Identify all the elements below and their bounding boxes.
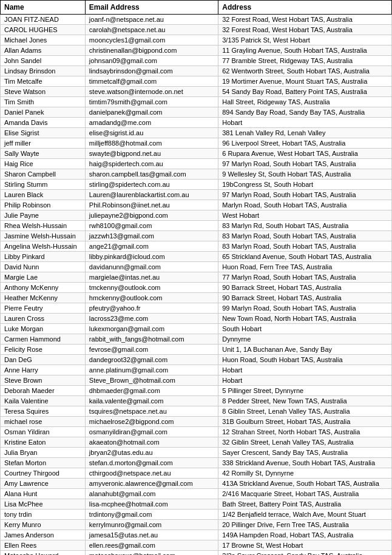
cell-email: lacross23@me.com xyxy=(85,314,218,324)
table-row: Teresa Squirestsquires@netspace.net.au8 … xyxy=(1,406,392,417)
cell-name: JOAN FITZ-NEAD xyxy=(1,15,86,25)
cell-email: milljeff888@hotmail.com xyxy=(85,138,218,149)
cell-email: mateeshaxoxo@hotmail.com xyxy=(85,551,218,556)
cell-name: Alana Hunt xyxy=(1,489,86,499)
cell-address: Hall Street, Ridgeway TAS, Australia xyxy=(218,97,392,107)
cell-address: 2/416 Macquarie Street, Hobart TAS, Aust… xyxy=(218,489,392,499)
cell-email: mooncycles1@gmail.com xyxy=(85,35,218,45)
cell-email: dandegroot32@gmail.com xyxy=(85,355,218,365)
cell-address: Hobart xyxy=(218,118,392,128)
cell-email: kerrylmunro@gmail.com xyxy=(85,520,218,530)
table-row: Philip RobinsonPhil.Robinson@iinet.net.a… xyxy=(1,200,392,210)
cell-address: 31B Goulburn Street, Hobart TAS, Austral… xyxy=(218,417,392,427)
cell-email: Steve_Brown_@hotmail.com xyxy=(85,375,218,386)
cell-email: akaeaton@hotmail.com xyxy=(85,437,218,448)
table-row: Alana Huntalanahubt@gmail.com2/416 Macqu… xyxy=(1,489,392,499)
cell-email: Phil.Robinson@iinet.net.au xyxy=(85,200,218,210)
cell-address: 8 Pedder Street, New Town TAS, Australia xyxy=(218,396,392,406)
table-row: Allan Adamschristinenallan@bigpond.com11… xyxy=(1,45,392,56)
cell-name: jeff miller xyxy=(1,138,86,149)
cell-address: 90 Barrack Street, Hobart TAS, Australia xyxy=(218,283,392,293)
table-row: James Andersonjamesa15@utas.net.au149A H… xyxy=(1,530,392,540)
table-row: CAROL HUGHEScarolah@netspace.net.au32 Fo… xyxy=(1,25,392,35)
cell-address: 1/42 Benjafield terrace, Walch Ave, Moun… xyxy=(218,510,392,520)
table-row: Kristine Eatonakaeaton@hotmail.com32 Gib… xyxy=(1,437,392,448)
cell-name: Luke Morgan xyxy=(1,324,86,334)
cell-name: David Nunn xyxy=(1,262,86,272)
table-row: Steve BrownSteve_Brown_@hotmail.comHobar… xyxy=(1,375,392,386)
table-row: Julia Bryanjbryan2@utas.edu.auSayer Cres… xyxy=(1,448,392,458)
cell-name: Kerry Munro xyxy=(1,520,86,530)
cell-email: rabbit_with_fangs@hotmail.com xyxy=(85,334,218,345)
cell-name: Allan Adams xyxy=(1,45,86,56)
cell-address: Huon Road, South Hobart TAS, Australia xyxy=(218,355,392,365)
cell-email: stirling@spidertech.com.au xyxy=(85,180,218,190)
cell-name: Anthony McKenny xyxy=(1,283,86,293)
cell-email: hmckenny@outlook.com xyxy=(85,293,218,303)
cell-email: joanf-n@netspace.net.au xyxy=(85,15,218,25)
table-row: Julie Paynejuliepayne2@bigpond.comWest H… xyxy=(1,210,392,221)
table-row: Ellen Reesellen.rees@gmail.com17 Browne … xyxy=(1,540,392,551)
cell-address: 32 Giblin Street, Lenah Valley TAS, Aust… xyxy=(218,437,392,448)
cell-name: Lisa McPhee xyxy=(1,499,86,510)
cell-email: kaila.valente@gmail.com xyxy=(85,396,218,406)
table-row: JOAN FITZ-NEADjoanf-n@netspace.net.au32 … xyxy=(1,15,392,25)
cell-address: 32 Forest Road, West Hobart TAS, Austral… xyxy=(218,25,392,35)
cell-name: Elise Sigrist xyxy=(1,128,86,138)
cell-name: Courtney Thirgood xyxy=(1,468,86,479)
table-row: Osman Yildiranosmanyildiran@gmail.com12 … xyxy=(1,427,392,437)
cell-address: South Hobart xyxy=(218,324,392,334)
cell-address: 99 Marlyn Road, South Hobart TAS, Austra… xyxy=(218,303,392,314)
cell-email: tsquires@netspace.net.au xyxy=(85,406,218,417)
cell-address: 77 Marlyn Road, South Hobart TAS, Austra… xyxy=(218,272,392,283)
cell-email: amyveronic.alawrence@gmail.com xyxy=(85,479,218,489)
table-row: Mateesha Howardmateeshaxoxo@hotmail.com2… xyxy=(1,551,392,556)
cell-address: 83 Marlyn Road, South Hobart TAS, Austra… xyxy=(218,241,392,252)
table-row: Kerry Munrokerrylmunro@gmail.com20 Pilli… xyxy=(1,520,392,530)
header-address: Address xyxy=(218,1,392,15)
cell-name: Tim Metcalfe xyxy=(1,76,86,87)
cell-email: cthirgood@netspace.net.au xyxy=(85,468,218,479)
cell-address: 11 Grayling Avenue, South Hobart TAS, Au… xyxy=(218,45,392,56)
cell-email: ellen.rees@gmail.com xyxy=(85,540,218,551)
cell-address: 96 Liverpool Street, Hobart TAS, Austral… xyxy=(218,138,392,149)
table-row: Lauren BlackLauren@laurenblackartist.com… xyxy=(1,190,392,200)
cell-email: libby.pinkard@icloud.com xyxy=(85,252,218,262)
cell-address: Unit 1, 1A Buchanan Ave, Sandy Bay xyxy=(218,345,392,355)
cell-address: 413A Strickland Avenue, South Hobart TAS… xyxy=(218,479,392,489)
cell-name: Pierre Feutry xyxy=(1,303,86,314)
cell-name: Amanda Davis xyxy=(1,118,86,128)
table-row: Courtney Thirgoodcthirgood@netspace.net.… xyxy=(1,468,392,479)
cell-email: lisa-mcphee@hotmail.com xyxy=(85,499,218,510)
cell-name: Amy Lawrence xyxy=(1,479,86,489)
cell-address: Huon Road, Fern Tree TAS, Australia xyxy=(218,262,392,272)
cell-address: 6 Rupara Avenue, West Hobart TAS, Austra… xyxy=(218,149,392,159)
cell-name: Stirling Stumm xyxy=(1,180,86,190)
table-row: Lisa McPheelisa-mcphee@hotmail.comBath S… xyxy=(1,499,392,510)
cell-email: Lauren@laurenblackartist.com.au xyxy=(85,190,218,200)
cell-email: dhbmaeder@gmail.com xyxy=(85,386,218,396)
cell-address: Hobart xyxy=(218,365,392,375)
cell-address: 83 Marlyn Rd, South Hobart TAS, Australi… xyxy=(218,221,392,231)
cell-address: West Hobart xyxy=(218,210,392,221)
table-row: Stirling Stummstirling@spidertech.com.au… xyxy=(1,180,392,190)
cell-address: 90 Barrack Street, Hobart TAS, Australia xyxy=(218,293,392,303)
cell-name: Lauren Cross xyxy=(1,314,86,324)
table-row: Amy Lawrenceamyveronic.alawrence@gmail.c… xyxy=(1,479,392,489)
cell-address: 19 Mortimer Avenue, Mount Stuart TAS, Au… xyxy=(218,76,392,87)
cell-name: Carmen Hammond xyxy=(1,334,86,345)
header-name: Name xyxy=(1,1,86,15)
cell-email: carolah@netspace.net.au xyxy=(85,25,218,35)
cell-email: amadandg@me.com xyxy=(85,118,218,128)
cell-address: 97 Marlyn Road, South Hobart TAS, Austra… xyxy=(218,190,392,200)
table-row: Dan DeGdandegroot32@gmail.comHuon Road, … xyxy=(1,355,392,365)
cell-address: Hobart xyxy=(218,375,392,386)
table-row: Rhea Welsh-Hussainrwh8100@gmail.com83 Ma… xyxy=(1,221,392,231)
table-row: Libby Pinkardlibby.pinkard@icloud.com65 … xyxy=(1,252,392,262)
cell-name: michael rose xyxy=(1,417,86,427)
table-row: Angelina Welsh-Hussainange21@gmail.com83… xyxy=(1,241,392,252)
cell-address: 20 Pillinger Drive, Fern Tree TAS, Austr… xyxy=(218,520,392,530)
cell-name: Sharon Campbell xyxy=(1,169,86,180)
table-header-row: Name Email Address Address xyxy=(1,1,392,15)
cell-name: Rhea Welsh-Hussain xyxy=(1,221,86,231)
